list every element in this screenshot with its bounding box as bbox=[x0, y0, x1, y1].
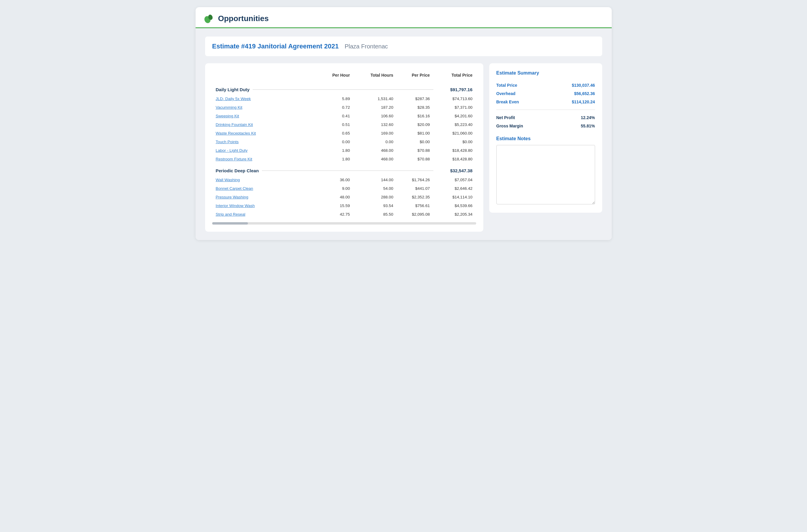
item-link[interactable]: Waste Receptacles Kit bbox=[216, 131, 256, 135]
col-header-total-hours: Total Hours bbox=[353, 70, 397, 82]
app-header: Opportunities bbox=[196, 7, 612, 28]
summary-row-net-profit: Net Profit 12.24% bbox=[496, 113, 595, 122]
cell-per-hour: 36.00 bbox=[318, 175, 353, 184]
main-grid: Per Hour Total Hours Per Price Total Pri… bbox=[205, 63, 602, 232]
cell-per-price: $2,352.35 bbox=[397, 193, 433, 202]
cell-total-hours: 187.20 bbox=[353, 103, 397, 112]
item-link[interactable]: Strip and Reseal bbox=[216, 212, 245, 216]
item-link[interactable]: Touch Points bbox=[216, 139, 239, 144]
cell-total-price: $2,205.34 bbox=[433, 210, 476, 218]
horizontal-scrollbar[interactable] bbox=[212, 222, 476, 225]
cell-total-hours: 54.00 bbox=[353, 184, 397, 193]
col-header-item bbox=[212, 70, 318, 82]
section-label-periodic-deep-clean: Periodic Deep Clean bbox=[216, 168, 259, 173]
gross-margin-label: Gross Margin bbox=[496, 124, 523, 128]
summary-divider bbox=[496, 110, 595, 110]
item-link[interactable]: JLD- Daily 5x Week bbox=[216, 97, 251, 101]
cell-per-hour: 0.72 bbox=[318, 103, 353, 112]
item-link[interactable]: Wall Washing bbox=[216, 178, 240, 182]
notes-textarea[interactable] bbox=[496, 145, 595, 204]
item-link[interactable]: Bonnet Carpet Clean bbox=[216, 186, 253, 191]
item-link[interactable]: Pressure Washing bbox=[216, 195, 249, 199]
cell-total-hours: 0.00 bbox=[353, 137, 397, 146]
section-header-daily-light-duty: Daily Light Duty$91,797.16 bbox=[212, 82, 476, 94]
item-link[interactable]: Vacumming Kit bbox=[216, 105, 242, 110]
cell-total-hours: 169.00 bbox=[353, 129, 397, 137]
cell-per-price: $1,764.26 bbox=[397, 175, 433, 184]
cell-total-hours: 85.50 bbox=[353, 210, 397, 218]
scrollbar-thumb[interactable] bbox=[212, 222, 248, 225]
item-link[interactable]: Sweeping Kit bbox=[216, 114, 239, 118]
total-price-label: Total Price bbox=[496, 83, 517, 88]
item-link[interactable]: Labor - Light Duty bbox=[216, 148, 247, 153]
cell-per-hour: 0.65 bbox=[318, 129, 353, 137]
table-row: Labor - Light Duty1.80468.00$70.88$18,42… bbox=[212, 146, 476, 155]
cell-total-price: $0.00 bbox=[433, 137, 476, 146]
cell-total-hours: 132.60 bbox=[353, 120, 397, 129]
cell-total-hours: 106.60 bbox=[353, 112, 397, 120]
cell-total-hours: 288.00 bbox=[353, 193, 397, 202]
cell-total-hours: 1,531.40 bbox=[353, 94, 397, 103]
left-panel: Per Hour Total Hours Per Price Total Pri… bbox=[205, 63, 483, 232]
table-row: Bonnet Carpet Clean9.0054.00$441.07$2,64… bbox=[212, 184, 476, 193]
app-logo-icon bbox=[204, 13, 215, 24]
cell-per-hour: 1.80 bbox=[318, 146, 353, 155]
section-label-daily-light-duty: Daily Light Duty bbox=[216, 87, 250, 92]
table-row: JLD- Daily 5x Week5.891,531.40$287.36$74… bbox=[212, 94, 476, 103]
cell-total-price: $2,646.42 bbox=[433, 184, 476, 193]
cell-per-hour: 0.51 bbox=[318, 120, 353, 129]
cell-total-price: $21,060.00 bbox=[433, 129, 476, 137]
item-link[interactable]: Restroom Fixture Kit bbox=[216, 157, 252, 161]
table-row: Restroom Fixture Kit1.80468.00$70.88$18,… bbox=[212, 155, 476, 164]
cell-per-price: $287.36 bbox=[397, 94, 433, 103]
cell-per-hour: 5.89 bbox=[318, 94, 353, 103]
cell-per-price: $441.07 bbox=[397, 184, 433, 193]
cell-per-price: $81.00 bbox=[397, 129, 433, 137]
cell-total-price: $74,713.60 bbox=[433, 94, 476, 103]
cell-total-hours: 468.00 bbox=[353, 146, 397, 155]
table-row: Pressure Washing48.00288.00$2,352.35$14,… bbox=[212, 193, 476, 202]
break-even-value: $114,120.24 bbox=[572, 99, 595, 104]
cell-total-price: $18,428.80 bbox=[433, 146, 476, 155]
table-row: Interior Window Wash15.5993.54$756.61$4,… bbox=[212, 202, 476, 210]
overhead-label: Overhead bbox=[496, 91, 516, 96]
table-row: Touch Points0.000.00$0.00$0.00 bbox=[212, 137, 476, 146]
net-profit-label: Net Profit bbox=[496, 115, 515, 120]
table-row: Strip and Reseal42.7585.50$2,095.08$2,20… bbox=[212, 210, 476, 218]
cell-per-hour: 48.00 bbox=[318, 193, 353, 202]
section-total-daily-light-duty: $91,797.16 bbox=[433, 82, 476, 94]
total-price-value: $130,037.46 bbox=[572, 83, 595, 88]
estimate-title: Estimate #419 Janitorial Agreement 2021 bbox=[212, 42, 339, 50]
cell-per-price: $0.00 bbox=[397, 137, 433, 146]
app-container: Opportunities Estimate #419 Janitorial A… bbox=[196, 7, 612, 240]
section-header-periodic-deep-clean: Periodic Deep Clean$32,547.38 bbox=[212, 164, 476, 175]
cell-total-hours: 144.00 bbox=[353, 175, 397, 184]
item-link[interactable]: Interior Window Wash bbox=[216, 204, 255, 208]
client-name: Plaza Frontenac bbox=[345, 43, 388, 50]
overhead-value: $56,652.36 bbox=[574, 91, 595, 96]
cell-total-price: $7,057.04 bbox=[433, 175, 476, 184]
item-link[interactable]: Drinking Fountain Kit bbox=[216, 122, 253, 127]
summary-row-total-price: Total Price $130,037.46 bbox=[496, 81, 595, 90]
col-header-per-price: Per Price bbox=[397, 70, 433, 82]
cell-per-hour: 15.59 bbox=[318, 202, 353, 210]
notes-title: Estimate Notes bbox=[496, 136, 595, 141]
table-scroll-container[interactable]: Per Hour Total Hours Per Price Total Pri… bbox=[212, 70, 476, 225]
summary-row-break-even: Break Even $114,120.24 bbox=[496, 98, 595, 106]
page-title-row: Estimate #419 Janitorial Agreement 2021 … bbox=[205, 37, 602, 56]
estimate-table: Per Hour Total Hours Per Price Total Pri… bbox=[212, 70, 476, 218]
break-even-label: Break Even bbox=[496, 99, 519, 104]
table-row: Vacumming Kit0.72187.20$28.35$7,371.00 bbox=[212, 103, 476, 112]
cell-per-price: $16.16 bbox=[397, 112, 433, 120]
summary-title: Estimate Summary bbox=[496, 70, 595, 76]
cell-per-price: $70.88 bbox=[397, 155, 433, 164]
table-row: Sweeping Kit0.41106.60$16.16$4,201.60 bbox=[212, 112, 476, 120]
cell-per-price: $2,095.08 bbox=[397, 210, 433, 218]
cell-per-hour: 9.00 bbox=[318, 184, 353, 193]
cell-per-hour: 0.41 bbox=[318, 112, 353, 120]
cell-total-hours: 93.54 bbox=[353, 202, 397, 210]
net-profit-value: 12.24% bbox=[581, 115, 595, 120]
table-row: Drinking Fountain Kit0.51132.60$20.09$5,… bbox=[212, 120, 476, 129]
cell-per-hour: 0.00 bbox=[318, 137, 353, 146]
cell-total-price: $4,539.66 bbox=[433, 202, 476, 210]
